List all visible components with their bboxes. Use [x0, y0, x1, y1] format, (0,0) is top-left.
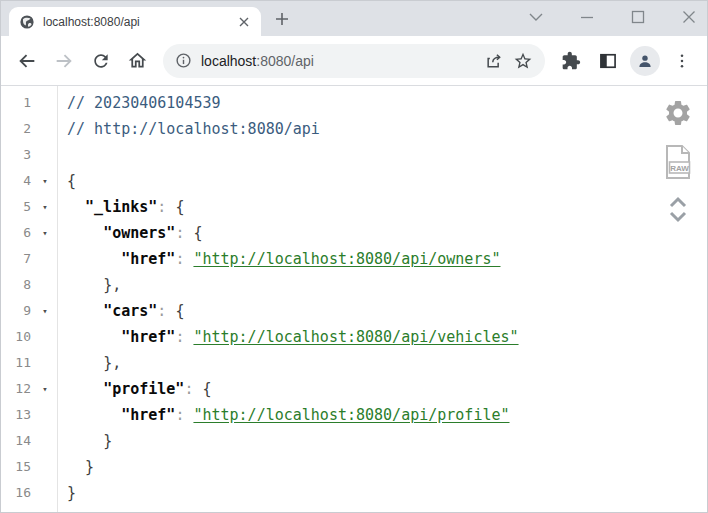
tab-search-chevron-icon[interactable] [528, 9, 544, 25]
maximize-button[interactable] [630, 9, 646, 25]
window-controls [528, 1, 697, 33]
line-number: 3 [1, 142, 33, 168]
new-tab-button[interactable] [269, 6, 295, 32]
url-text[interactable]: localhost:8080/api [201, 53, 475, 69]
json-punct: : [175, 224, 193, 242]
json-link[interactable]: "http://localhost:8080/api/vehicles" [193, 328, 518, 346]
tab-strip: localhost:8080/api [1, 1, 707, 36]
code-text: // http://localhost:8080/api [57, 116, 320, 142]
json-punct: : [184, 380, 202, 398]
code-text: "href": "http://localhost:8080/api/profi… [57, 402, 510, 428]
fold-toggle-icon[interactable]: ▾ [33, 220, 57, 246]
fold-spacer [33, 272, 57, 298]
profile-icon[interactable] [628, 44, 661, 77]
share-icon[interactable] [484, 51, 504, 71]
fold-spacer [33, 324, 57, 350]
globe-icon [19, 14, 35, 30]
json-key: "profile" [103, 380, 184, 398]
fold-spacer [33, 350, 57, 376]
line-number: 11 [1, 350, 33, 376]
fold-nav-controls [668, 196, 688, 223]
json-punct: { [175, 198, 184, 216]
code-line: 8 }, [1, 272, 707, 298]
line-number: 8 [1, 272, 33, 298]
fold-spacer [33, 454, 57, 480]
line-number: 7 [1, 246, 33, 272]
collapse-all-icon[interactable] [668, 196, 688, 208]
line-number: 10 [1, 324, 33, 350]
code-text: "href": "http://localhost:8080/api/vehic… [57, 324, 519, 350]
side-panel-icon[interactable] [591, 44, 624, 77]
reload-icon[interactable] [84, 44, 117, 77]
line-number: 15 [1, 454, 33, 480]
json-link[interactable]: "http://localhost:8080/api/profile" [193, 406, 509, 424]
code-text: "href": "http://localhost:8080/api/owner… [57, 246, 500, 272]
code-text: "_links": { [57, 194, 184, 220]
json-punct: } [85, 458, 94, 476]
code-line: 9▾ "cars": { [1, 298, 707, 324]
json-punct: }, [103, 276, 121, 294]
json-punct: } [67, 484, 76, 502]
json-punct: } [103, 432, 112, 450]
raw-label: RAW [670, 164, 689, 173]
json-punct: { [67, 172, 76, 190]
json-punct: : [175, 406, 193, 424]
raw-document-icon[interactable]: RAW [664, 144, 692, 180]
code-text: }, [57, 350, 121, 376]
fold-toggle-icon[interactable]: ▾ [33, 298, 57, 324]
json-punct: : [157, 198, 175, 216]
info-icon[interactable] [175, 52, 192, 69]
json-punct: : [157, 302, 175, 320]
star-icon[interactable] [513, 51, 533, 71]
home-icon[interactable] [121, 44, 154, 77]
avatar [630, 46, 660, 76]
expand-all-icon[interactable] [668, 211, 688, 223]
code-line: 4▾{ [1, 168, 707, 194]
code-line: 16} [1, 480, 707, 506]
code-text: } [57, 480, 76, 506]
url-path: :8080/api [256, 53, 314, 69]
fold-spacer [33, 402, 57, 428]
extensions-icon[interactable] [554, 44, 587, 77]
fold-toggle-icon[interactable]: ▾ [33, 168, 57, 194]
fold-spacer [33, 480, 57, 506]
code-text: } [57, 454, 94, 480]
json-key: "href" [121, 250, 175, 268]
code-line: 5▾ "_links": { [1, 194, 707, 220]
json-viewer: 1// 202304061045392// http://localhost:8… [1, 86, 707, 512]
code-line: 13 "href": "http://localhost:8080/api/pr… [1, 402, 707, 428]
json-key: "_links" [85, 198, 157, 216]
fold-spacer [33, 90, 57, 116]
code-line: 2// http://localhost:8080/api [1, 116, 707, 142]
json-punct: { [193, 224, 202, 242]
forward-icon[interactable] [47, 44, 80, 77]
code-area: 1// 202304061045392// http://localhost:8… [1, 90, 707, 506]
line-number: 4 [1, 168, 33, 194]
code-line: 12▾ "profile": { [1, 376, 707, 402]
line-number: 12 [1, 376, 33, 402]
settings-gear-icon[interactable] [663, 98, 693, 128]
json-punct: { [175, 302, 184, 320]
json-comment: // http://localhost:8080/api [67, 120, 320, 138]
json-link[interactable]: "http://localhost:8080/api/owners" [193, 250, 500, 268]
code-text [57, 142, 67, 168]
line-number: 5 [1, 194, 33, 220]
code-line: 7 "href": "http://localhost:8080/api/own… [1, 246, 707, 272]
fold-toggle-icon[interactable]: ▾ [33, 194, 57, 220]
address-bar[interactable]: localhost:8080/api [163, 44, 545, 78]
browser-tab[interactable]: localhost:8080/api [9, 7, 261, 36]
code-line: 6▾ "owners": { [1, 220, 707, 246]
fold-toggle-icon[interactable]: ▾ [33, 376, 57, 402]
json-key: "cars" [103, 302, 157, 320]
json-key: "href" [121, 328, 175, 346]
kebab-menu-icon[interactable] [665, 44, 698, 77]
minimize-button[interactable] [579, 9, 595, 25]
code-line: 14 } [1, 428, 707, 454]
line-number: 6 [1, 220, 33, 246]
fold-spacer [33, 142, 57, 168]
window-close-button[interactable] [681, 9, 697, 25]
json-punct: : [175, 250, 193, 268]
back-icon[interactable] [10, 44, 43, 77]
line-number: 2 [1, 116, 33, 142]
tab-close-button[interactable] [235, 13, 253, 31]
